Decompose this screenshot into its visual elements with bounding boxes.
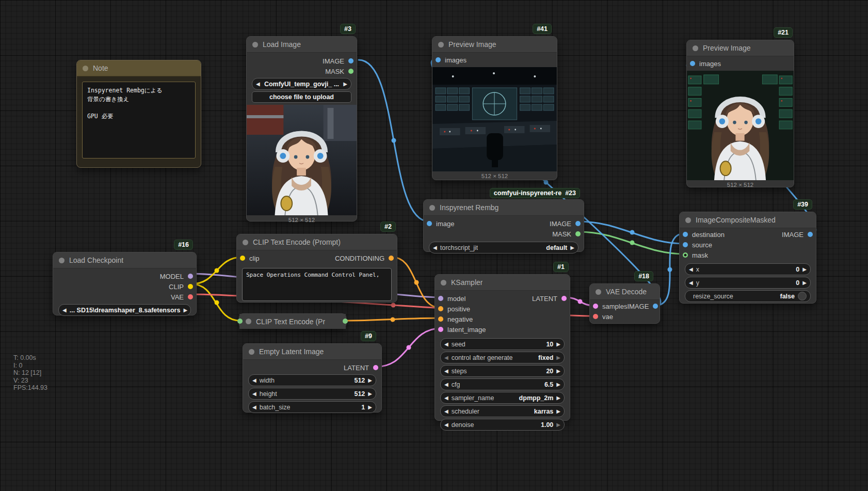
graph-canvas[interactable]: Note Inspyrenet Rembgによる 背景の書き換え GPU 必要 … bbox=[0, 0, 868, 491]
control-after-generate-widget[interactable]: ◀ control after generate fixed ▶ bbox=[440, 352, 565, 363]
empty-latent-image-node[interactable]: #9 Empty Latent Image LATENT ◀ width 512… bbox=[243, 343, 382, 413]
width-widget[interactable]: ◀ width 512 ▶ bbox=[248, 374, 376, 386]
decrement-arrow-icon[interactable]: ◀ bbox=[252, 391, 256, 397]
combo-right-arrow-icon[interactable]: ▶ bbox=[556, 409, 560, 414]
combo-right-arrow-icon[interactable]: ▶ bbox=[183, 308, 187, 313]
y-widget[interactable]: ◀ y 0 ▶ bbox=[685, 277, 811, 289]
resize-source-toggle[interactable]: resize_source false bbox=[685, 290, 811, 302]
collapse-dot[interactable] bbox=[438, 42, 444, 47]
sampler-name-widget[interactable]: ◀ sampler_name dpmpp_2m ▶ bbox=[440, 392, 565, 404]
note-textarea[interactable]: Inspyrenet Rembgによる 背景の書き換え GPU 必要 bbox=[82, 82, 196, 159]
preview-image-node[interactable]: #41 Preview Image images bbox=[432, 36, 557, 180]
output-slot-image[interactable] bbox=[653, 304, 658, 309]
collapse-dot[interactable] bbox=[59, 258, 65, 263]
collapse-dot[interactable] bbox=[441, 280, 446, 286]
clip-text-encode-collapsed-node[interactable]: CLIP Text Encode (Pr bbox=[239, 313, 346, 328]
combo-left-arrow-icon[interactable]: ◀ bbox=[256, 82, 260, 87]
input-slot-images[interactable] bbox=[436, 57, 441, 62]
combo-left-arrow-icon[interactable]: ◀ bbox=[62, 308, 67, 313]
output-slot-vae[interactable] bbox=[188, 294, 193, 299]
combo-right-arrow-icon[interactable]: ▶ bbox=[570, 245, 574, 250]
node-header[interactable]: ImageCompositeMasked bbox=[680, 212, 816, 228]
output-slot-latent[interactable] bbox=[373, 365, 378, 370]
choose-file-button[interactable]: choose file to upload bbox=[252, 91, 351, 103]
x-widget[interactable]: ◀ x 0 ▶ bbox=[685, 263, 811, 275]
batch-size-widget[interactable]: ◀ batch_size 1 ▶ bbox=[248, 401, 376, 413]
steps-widget[interactable]: ◀ steps 20 ▶ bbox=[440, 365, 565, 377]
increment-arrow-icon[interactable]: ▶ bbox=[368, 391, 372, 397]
note-node[interactable]: Note Inspyrenet Rembgによる 背景の書き換え GPU 必要 bbox=[76, 60, 201, 168]
input-slot-clip[interactable] bbox=[240, 256, 245, 261]
collapse-dot[interactable] bbox=[246, 319, 251, 324]
clip-text-encode-node[interactable]: #2 CLIP Text Encode (Prompt) clip CONDIT… bbox=[236, 234, 397, 303]
input-slot-negative[interactable] bbox=[438, 316, 443, 322]
collapse-dot[interactable] bbox=[249, 349, 254, 355]
decrement-arrow-icon[interactable]: ◀ bbox=[689, 280, 693, 286]
node-header[interactable]: Preview Image bbox=[687, 40, 794, 56]
input-slot-mask[interactable] bbox=[683, 252, 688, 258]
ckpt-name-combo[interactable]: ◀ ... SD15\dreamshaper_8.safetensors ▶ bbox=[58, 304, 191, 316]
collapse-dot[interactable] bbox=[429, 205, 435, 211]
output-slot-latent[interactable] bbox=[561, 296, 567, 301]
decrement-arrow-icon[interactable]: ◀ bbox=[252, 378, 256, 383]
output-slot-image[interactable] bbox=[348, 58, 353, 64]
increment-arrow-icon[interactable]: ▶ bbox=[368, 378, 372, 383]
height-widget[interactable]: ◀ height 512 ▶ bbox=[248, 388, 376, 400]
combo-left-arrow-icon[interactable]: ◀ bbox=[444, 409, 448, 414]
input-slot-image[interactable] bbox=[427, 221, 432, 226]
input-slot-model[interactable] bbox=[438, 296, 443, 301]
scheduler-widget[interactable]: ◀ scheduler karras ▶ bbox=[440, 405, 565, 417]
output-slot-mask[interactable] bbox=[348, 69, 353, 74]
node-header[interactable]: Inspyrenet Rembg bbox=[424, 200, 584, 216]
collapse-dot[interactable] bbox=[252, 42, 258, 47]
output-slot-image[interactable] bbox=[808, 232, 813, 237]
inspyrenet-rembg-node[interactable]: comfyui-inspyrenet-re#23 Inspyrenet Remb… bbox=[423, 199, 584, 252]
combo-left-arrow-icon[interactable]: ◀ bbox=[444, 355, 448, 360]
prompt-textarea[interactable]: Space Operations Command Control Panel, bbox=[242, 268, 392, 301]
increment-arrow-icon[interactable]: ▶ bbox=[556, 382, 560, 387]
decrement-arrow-icon[interactable]: ◀ bbox=[689, 267, 693, 272]
increment-arrow-icon[interactable]: ▶ bbox=[802, 267, 807, 272]
ksampler-node[interactable]: #1 KSampler model LATENT positive negati… bbox=[435, 274, 570, 421]
cfg-widget[interactable]: ◀ cfg 6.5 ▶ bbox=[440, 378, 565, 390]
collapse-dot[interactable] bbox=[693, 45, 698, 51]
image-file-combo[interactable]: ◀ ComfyUI_temp_govji_ ... ▶ bbox=[252, 78, 351, 90]
collapse-dot[interactable] bbox=[243, 240, 248, 245]
torchscript-jit-combo[interactable]: ◀ torchscript_jit default ▶ bbox=[429, 242, 578, 254]
combo-left-arrow-icon[interactable]: ◀ bbox=[444, 395, 448, 401]
node-header[interactable]: KSampler bbox=[435, 275, 570, 291]
input-slot-positive[interactable] bbox=[438, 306, 443, 311]
toggle-knob[interactable] bbox=[798, 292, 807, 300]
decrement-arrow-icon[interactable]: ◀ bbox=[444, 422, 448, 427]
collapsed-output-dot[interactable] bbox=[343, 319, 348, 324]
decrement-arrow-icon[interactable]: ◀ bbox=[444, 369, 448, 374]
input-slot-destination[interactable] bbox=[683, 232, 688, 237]
node-header[interactable]: Load Image bbox=[247, 37, 357, 53]
node-header[interactable]: Load Checkpoint bbox=[53, 252, 196, 268]
output-slot-clip[interactable] bbox=[188, 284, 193, 289]
denoise-widget[interactable]: ◀ denoise 1.00 ▶ bbox=[440, 419, 565, 431]
collapsed-input-dot[interactable] bbox=[237, 319, 243, 324]
preview-image-node[interactable]: #21 Preview Image images 512 × 512 bbox=[686, 40, 794, 187]
output-slot-conditioning[interactable] bbox=[389, 256, 394, 261]
node-header[interactable]: Note bbox=[77, 60, 201, 76]
output-slot-image[interactable] bbox=[575, 221, 581, 226]
output-slot-mask[interactable] bbox=[575, 231, 581, 236]
increment-arrow-icon[interactable]: ▶ bbox=[556, 422, 560, 427]
collapse-dot[interactable] bbox=[685, 217, 691, 223]
collapse-dot[interactable] bbox=[596, 289, 601, 295]
combo-right-arrow-icon[interactable]: ▶ bbox=[556, 355, 560, 360]
node-header[interactable]: CLIP Text Encode (Prompt) bbox=[237, 234, 397, 250]
decrement-arrow-icon[interactable]: ◀ bbox=[252, 405, 256, 410]
collapse-dot[interactable] bbox=[83, 66, 88, 71]
increment-arrow-icon[interactable]: ▶ bbox=[556, 369, 560, 374]
combo-right-arrow-icon[interactable]: ▶ bbox=[556, 395, 560, 401]
output-slot-model[interactable] bbox=[188, 274, 193, 279]
increment-arrow-icon[interactable]: ▶ bbox=[368, 405, 372, 410]
input-slot-samples[interactable] bbox=[593, 304, 598, 309]
increment-arrow-icon[interactable]: ▶ bbox=[556, 342, 560, 347]
load-checkpoint-node[interactable]: #16 Load Checkpoint MODEL CLIP VAE ◀ ...… bbox=[53, 252, 197, 315]
input-slot-images[interactable] bbox=[690, 61, 695, 66]
decrement-arrow-icon[interactable]: ◀ bbox=[444, 382, 448, 387]
combo-left-arrow-icon[interactable]: ◀ bbox=[433, 245, 437, 250]
